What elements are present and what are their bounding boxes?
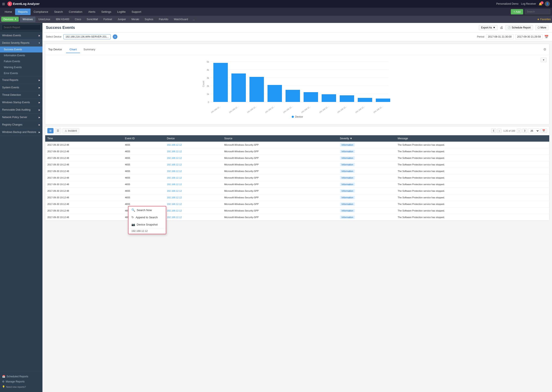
sidebar-section-device-severity-header[interactable]: Device Severity Reports ▼ [0,39,42,47]
table-row[interactable]: 2017-09-30 19:12:48 4655 192.168.12.12 M… [45,155,549,161]
nav-reports[interactable]: Reports [15,8,31,15]
cell-device[interactable]: 192.168.12.12 [165,208,222,214]
context-menu-device-snapshot[interactable]: 📷 Device Snapshot [128,221,166,228]
table-row[interactable]: 2017-09-30 19:12:48 4655 192.168.12.12 M… [45,208,549,214]
sidebar-section-removable-disk-header[interactable]: Removable Disk Auditing ▶ [0,106,42,113]
list-view-button[interactable]: ☰ [55,128,61,133]
tab-cisco[interactable]: Cisco [72,17,84,22]
table-row[interactable]: 2017-09-30 19:12:48 4655 192.168.12.12 M… [45,188,549,194]
sidebar-item-success-events[interactable]: Success Events [0,47,42,52]
table-row[interactable]: 2017-09-30 19:12:48 4655 192.168.12.12 M… [45,142,549,148]
period-from[interactable]: 2017-08-31 21:30:00 [486,34,513,39]
prev-page-button[interactable]: ‹ [497,129,502,133]
chart-tab-summary[interactable]: Summary [80,46,99,53]
tab-fortinet[interactable]: Fortinet [101,17,115,22]
grid-view-button[interactable]: ⊞ [47,128,54,133]
nav-settings[interactable]: Settings [98,8,114,15]
user-avatar[interactable]: 👤 [545,1,550,6]
nav-support[interactable]: Support [129,8,144,15]
schedule-button[interactable]: 🕐 Schedule Report [505,25,533,30]
nav-home[interactable]: Home [2,8,15,15]
cell-device[interactable]: 192.168.12.12 [165,181,222,188]
cell-device[interactable]: 192.168.12.12 [165,161,222,168]
cell-device[interactable]: 192.168.12.12 [165,214,222,221]
sidebar-section-trend-reports-header[interactable]: Trend Reports ▶ [0,77,42,84]
next-page-button[interactable]: › [517,129,521,133]
tab-juniper[interactable]: Juniper [115,17,128,22]
first-page-button[interactable]: ⟪ [491,128,496,133]
cell-device[interactable]: 192.168.12.12 [165,142,222,148]
bar-5[interactable] [286,90,300,102]
notification-bell[interactable]: 🔔 2 [539,2,542,6]
sidebar-section-windows-events-header[interactable]: Windows Events ▶ [0,32,42,39]
nav-correlation[interactable]: Correlation [66,8,85,15]
app-grid-icon[interactable]: ⊞ [2,2,5,6]
nav-compliance[interactable]: Compliance [31,8,51,15]
more-button[interactable]: ⬡ More [535,25,549,30]
sidebar-item-failure-events[interactable]: Failure Events [0,58,42,64]
nav-alerts[interactable]: Alerts [85,8,98,15]
cell-device[interactable]: 192.168.12.12 [165,168,222,175]
calendar-view-button[interactable]: 📅 [540,128,547,133]
print-icon[interactable]: 🖨 [500,26,503,29]
table-row[interactable]: 2017-09-30 19:12:48 4655 192.168.12.12 M… [45,194,549,201]
log-receiver-link[interactable]: Log Receiver [521,2,536,5]
personalized-demo-link[interactable]: Personalized Demo [496,2,519,5]
per-page-select[interactable]: 25 50 100 [528,128,539,133]
bar-8[interactable] [340,95,354,102]
sidebar-section-threat-detection-header[interactable]: Threat Detection ▶ [0,91,42,98]
tab-windows[interactable]: Windows [20,17,35,22]
global-search-input[interactable] [525,9,550,14]
favorites-button[interactable]: ★ Favorites [537,18,551,21]
bar-10[interactable] [376,98,390,102]
chart-tab-chart[interactable]: Chart [66,46,80,53]
cell-device[interactable]: 192.168.12.12 [165,188,222,194]
table-row[interactable]: 2017-09-30 19:12:48 4655 192.168.12.12 M… [45,175,549,181]
table-row[interactable]: 2017-09-30 19:12:48 4655 192.168.12.12 M… [45,214,549,221]
tab-sonicwall[interactable]: SonicWall [84,17,100,22]
tab-watchguard[interactable]: WatchGuard [171,17,191,22]
nav-logme[interactable]: LogMe [114,8,129,15]
bar-4[interactable] [268,85,282,102]
add-device-button[interactable]: + [113,35,117,39]
chart-dropdown-button[interactable]: ▼ [540,57,547,62]
table-row[interactable]: 2017-09-30 19:12:48 4655 192.168.12.12 M… [45,148,549,155]
cell-device[interactable]: 192.168.12.12 [165,201,222,208]
bar-2[interactable] [231,73,246,102]
nav-search[interactable]: Search [51,8,66,15]
more-tabs-button[interactable]: ... [191,17,197,22]
cell-device[interactable]: 192.168.12.12 [165,148,222,155]
period-to[interactable]: 2017-09-30 21:29:59 [515,34,543,39]
context-menu-search-now[interactable]: 🔍 Search Now [128,206,166,214]
manage-reports-link[interactable]: ⚙ Manage Reports [2,379,40,384]
sidebar-section-windows-startup-header[interactable]: Windows Startup Events ▶ [0,99,42,106]
table-row[interactable]: 2017-09-30 19:12:48 4655 192.168.12.12 M… [45,161,549,168]
sidebar-item-information-events[interactable]: Information Events [0,52,42,58]
sidebar-section-registry-changes-header[interactable]: Registry Changes ▶ [0,121,42,128]
bar-1[interactable] [213,63,228,102]
tab-meraki[interactable]: Meraki [129,17,142,22]
sidebar-section-system-events-header[interactable]: System Events ▶ [0,84,42,91]
tab-paloalto[interactable]: PaloAlto [156,17,171,22]
cell-device[interactable]: 192.168.12.12 [165,155,222,161]
calendar-picker-icon[interactable]: 📅 [544,35,549,39]
sidebar-section-network-policy-header[interactable]: Network Policy Server ▶ [0,114,42,121]
sort-icon[interactable]: ▼ [350,137,352,140]
bar-7[interactable] [322,94,336,102]
export-button[interactable]: Export As ▼ [479,25,498,30]
cell-device[interactable]: 192.168.12.12 [165,175,222,181]
sidebar-item-error-events[interactable]: Error Events [0,70,42,76]
tab-sophos[interactable]: Sophos [142,17,156,22]
chart-settings-icon[interactable]: ⚙ [543,47,546,51]
last-page-button[interactable]: ⟫ [522,128,527,133]
bar-6[interactable] [304,92,318,102]
cell-device[interactable]: 192.168.12.12 [165,194,222,201]
bar-9[interactable] [358,98,372,102]
context-menu-append-search[interactable]: ↻ Append to Search [128,214,166,221]
sidebar-search-input[interactable] [2,25,41,30]
table-row[interactable]: 2017-09-30 19:12:48 4655 192.168.12.12 M… [45,181,549,188]
sidebar-item-warning-events[interactable]: Warning Events [0,64,42,70]
bar-3[interactable] [249,77,264,102]
incident-button[interactable]: ⚠ Incident [62,128,79,133]
tab-ibm[interactable]: IBM AS/400 [53,17,72,22]
